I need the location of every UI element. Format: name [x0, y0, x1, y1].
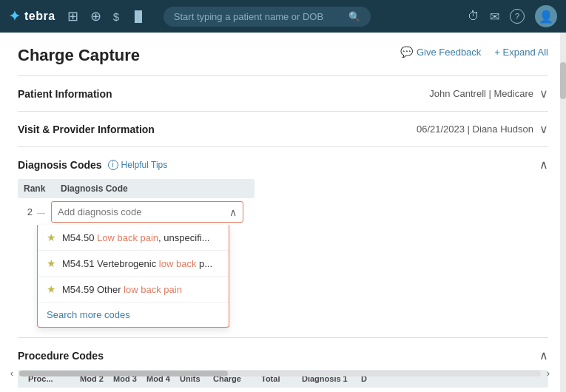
give-feedback-button[interactable]: 💬 Give Feedback	[400, 46, 481, 58]
vertical-scrollbar-track[interactable]	[560, 33, 566, 392]
procedure-codes-section: Procedure Codes ∧ Proc... Mod 2 Mod 3 Mo…	[18, 337, 548, 392]
history-icon[interactable]: ⏱	[468, 10, 479, 23]
procedure-section-title: Procedure Codes	[18, 350, 104, 362]
nav-right-icons: ⏱ ✉ ? 👤	[468, 5, 557, 27]
avatar-icon: 👤	[539, 10, 553, 24]
horizontal-scrollbar-area: ‹ ›	[0, 365, 560, 382]
page-title: Charge Capture	[18, 46, 140, 65]
mail-icon[interactable]: ✉	[490, 10, 499, 24]
visit-value: 06/21/2023 | Diana Hudson	[417, 124, 533, 135]
chart-icon[interactable]: ▐▌	[131, 10, 146, 22]
global-search-bar[interactable]: 🔍	[164, 7, 371, 27]
logo-icon: ✦	[9, 8, 20, 24]
grid-icon[interactable]: ⊞	[67, 8, 78, 24]
help-icon[interactable]: ?	[510, 9, 525, 24]
diagnosis-section-title: Diagnosis Codes	[18, 159, 102, 171]
rank-dash: —	[37, 208, 45, 217]
search-input[interactable]	[174, 11, 343, 22]
dropdown-item-1-text: M54.51 Vertebrogenic low back p...	[62, 258, 212, 269]
patient-chevron-icon: ∨	[539, 87, 548, 101]
diagnosis-code-input-wrapper[interactable]: ∧	[51, 201, 243, 223]
diagnosis-rank-number: 2	[18, 206, 33, 217]
scroll-thumb	[19, 371, 228, 376]
chat-icon: 💬	[400, 46, 413, 58]
search-more-codes-link[interactable]: Search more codes	[38, 303, 229, 327]
patient-information-row[interactable]: Patient Information John Cantrell | Medi…	[18, 75, 548, 111]
dropdown-item-0-text: M54.50 Low back pain, unspecifi...	[62, 232, 209, 243]
diagnosis-table-header: Rank Diagnosis Code	[18, 179, 255, 198]
diagnosis-input-row: 2 — ∧ ★ M54.50 Low back pain, unspecifi.…	[18, 201, 548, 223]
dropdown-item-2[interactable]: ★ M54.59 Other low back pain	[38, 277, 229, 303]
star-icon-2: ★	[47, 283, 56, 295]
info-icon: i	[108, 160, 118, 170]
patient-value: John Cantrell | Medicare	[429, 88, 533, 99]
diagnosis-code-dropdown: ★ M54.50 Low back pain, unspecifi... ★ M…	[37, 225, 229, 328]
patient-section-title: Patient Information	[18, 88, 429, 100]
star-icon-0: ★	[47, 232, 56, 243]
app-logo: ✦ tebra	[9, 8, 55, 24]
add-icon[interactable]: ⊕	[90, 8, 101, 24]
top-navigation: ✦ tebra ⊞ ⊕ $ ▐▌ 🔍 ⏱ ✉ ? 👤	[0, 0, 566, 33]
diagnosis-title-row: Diagnosis Codes i Helpful Tips	[18, 159, 167, 171]
procedure-section-header: Procedure Codes ∧	[18, 348, 548, 362]
scroll-left-arrow[interactable]: ‹	[10, 368, 13, 379]
diagnosis-section-header: Diagnosis Codes i Helpful Tips ∧	[18, 158, 548, 172]
dropdown-item-1[interactable]: ★ M54.51 Vertebrogenic low back p...	[38, 251, 229, 277]
rank-column-header: Rank	[24, 183, 61, 194]
star-icon-1: ★	[47, 257, 56, 269]
procedure-chevron-icon[interactable]: ∧	[539, 348, 548, 362]
scroll-right-arrow[interactable]: ›	[547, 368, 550, 379]
dropdown-item-2-text: M54.59 Other low back pain	[62, 284, 182, 295]
diagnosis-codes-section: Diagnosis Codes i Helpful Tips ∧ Rank Di…	[18, 146, 548, 223]
visit-chevron-icon: ∨	[539, 122, 548, 136]
input-chevron-up-icon[interactable]: ∧	[223, 206, 243, 218]
top-actions: 💬 Give Feedback + Expand All	[400, 46, 548, 58]
patient-section-right: John Cantrell | Medicare ∨	[429, 87, 548, 101]
dropdown-item-0[interactable]: ★ M54.50 Low back pain, unspecifi...	[38, 225, 229, 251]
avatar[interactable]: 👤	[535, 5, 557, 27]
scroll-track[interactable]	[19, 371, 541, 376]
main-content: Charge Capture 💬 Give Feedback + Expand …	[0, 33, 566, 392]
helpful-tips-label: Helpful Tips	[121, 160, 168, 170]
diagnosis-chevron-icon[interactable]: ∧	[539, 158, 548, 172]
expand-all-button[interactable]: + Expand All	[494, 47, 548, 58]
helpful-tips-button[interactable]: i Helpful Tips	[108, 160, 168, 170]
diag-code-column-header: Diagnosis Code	[61, 183, 249, 194]
vertical-scrollbar-thumb	[560, 62, 566, 99]
diagnosis-code-input[interactable]	[52, 202, 223, 222]
dollar-icon[interactable]: $	[113, 10, 119, 23]
logo-text: tebra	[24, 10, 55, 23]
visit-provider-row[interactable]: Visit & Provider Information 06/21/2023 …	[18, 111, 548, 146]
search-icon: 🔍	[348, 11, 360, 22]
horizontal-scrollbar: ‹ ›	[10, 365, 550, 382]
procedure-table-row: A	[18, 388, 548, 392]
visit-section-title: Visit & Provider Information	[18, 124, 417, 135]
visit-section-right: 06/21/2023 | Diana Hudson ∨	[417, 122, 548, 136]
